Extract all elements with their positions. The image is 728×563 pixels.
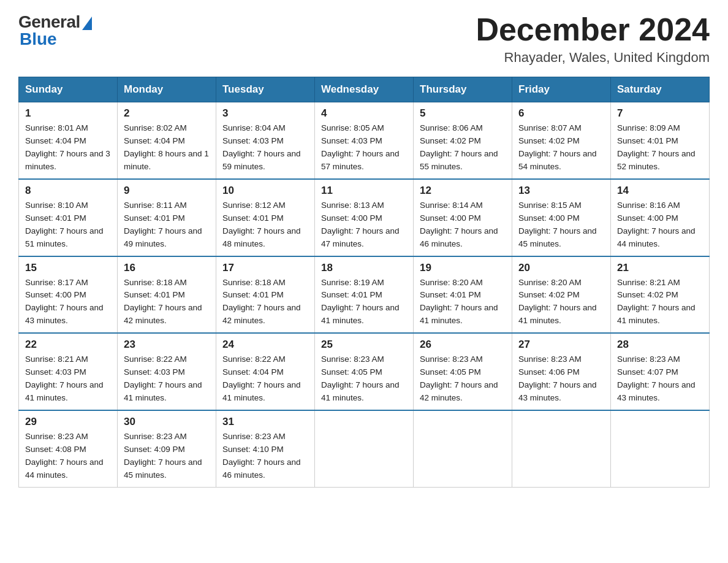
day-info: Sunrise: 8:23 AM Sunset: 4:06 PM Dayligh…	[518, 353, 604, 405]
calendar-cell: 5 Sunrise: 8:06 AM Sunset: 4:02 PM Dayli…	[414, 102, 512, 179]
weekday-header-row: SundayMondayTuesdayWednesdayThursdayFrid…	[19, 77, 710, 102]
day-number: 17	[222, 262, 308, 274]
day-info: Sunrise: 8:23 AM Sunset: 4:07 PM Dayligh…	[617, 353, 703, 405]
calendar-cell: 3 Sunrise: 8:04 AM Sunset: 4:03 PM Dayli…	[216, 102, 315, 179]
day-info: Sunrise: 8:11 AM Sunset: 4:01 PM Dayligh…	[124, 199, 210, 251]
weekday-header-wednesday: Wednesday	[315, 77, 414, 102]
day-info: Sunrise: 8:16 AM Sunset: 4:00 PM Dayligh…	[617, 199, 703, 251]
day-number: 26	[420, 339, 506, 351]
day-info: Sunrise: 8:22 AM Sunset: 4:03 PM Dayligh…	[124, 353, 210, 405]
day-number: 30	[124, 416, 210, 428]
day-info: Sunrise: 8:23 AM Sunset: 4:05 PM Dayligh…	[420, 353, 506, 405]
day-info: Sunrise: 8:14 AM Sunset: 4:00 PM Dayligh…	[420, 199, 506, 251]
day-info: Sunrise: 8:15 AM Sunset: 4:00 PM Dayligh…	[518, 199, 604, 251]
calendar-cell: 16 Sunrise: 8:18 AM Sunset: 4:01 PM Dayl…	[118, 256, 216, 334]
calendar-cell: 15 Sunrise: 8:17 AM Sunset: 4:00 PM Dayl…	[19, 256, 118, 334]
calendar-cell: 28 Sunrise: 8:23 AM Sunset: 4:07 PM Dayl…	[611, 333, 710, 410]
day-info: Sunrise: 8:18 AM Sunset: 4:01 PM Dayligh…	[124, 277, 210, 328]
calendar-cell: 4 Sunrise: 8:05 AM Sunset: 4:03 PM Dayli…	[315, 102, 414, 179]
calendar-cell: 2 Sunrise: 8:02 AM Sunset: 4:04 PM Dayli…	[118, 102, 216, 179]
day-info: Sunrise: 8:18 AM Sunset: 4:01 PM Dayligh…	[222, 277, 308, 328]
location-text: Rhayader, Wales, United Kingdom	[476, 50, 710, 66]
day-number: 5	[420, 107, 506, 120]
day-info: Sunrise: 8:05 AM Sunset: 4:03 PM Dayligh…	[321, 122, 407, 174]
day-info: Sunrise: 8:21 AM Sunset: 4:02 PM Dayligh…	[617, 277, 703, 328]
calendar-week-1: 1 Sunrise: 8:01 AM Sunset: 4:04 PM Dayli…	[19, 102, 710, 179]
calendar-cell: 11 Sunrise: 8:13 AM Sunset: 4:00 PM Dayl…	[315, 179, 414, 256]
day-info: Sunrise: 8:10 AM Sunset: 4:01 PM Dayligh…	[25, 199, 111, 251]
calendar-cell: 7 Sunrise: 8:09 AM Sunset: 4:01 PM Dayli…	[611, 102, 710, 179]
day-number: 11	[321, 185, 407, 197]
weekday-header-friday: Friday	[512, 77, 611, 102]
day-number: 19	[420, 262, 506, 274]
calendar-cell: 9 Sunrise: 8:11 AM Sunset: 4:01 PM Dayli…	[118, 179, 216, 256]
logo-arrow-icon	[82, 17, 92, 30]
day-info: Sunrise: 8:22 AM Sunset: 4:04 PM Dayligh…	[222, 353, 308, 405]
page-header: General Blue December 2024 Rhayader, Wal…	[18, 12, 710, 66]
day-number: 4	[321, 107, 407, 120]
day-info: Sunrise: 8:02 AM Sunset: 4:04 PM Dayligh…	[124, 122, 210, 174]
calendar-cell	[414, 410, 512, 487]
day-number: 28	[617, 339, 703, 351]
logo-blue-text: Blue	[18, 29, 57, 49]
day-number: 20	[518, 262, 604, 274]
day-info: Sunrise: 8:23 AM Sunset: 4:10 PM Dayligh…	[222, 431, 308, 482]
calendar-cell: 25 Sunrise: 8:23 AM Sunset: 4:05 PM Dayl…	[315, 333, 414, 410]
calendar-table: SundayMondayTuesdayWednesdayThursdayFrid…	[18, 77, 710, 487]
day-number: 18	[321, 262, 407, 274]
calendar-cell: 31 Sunrise: 8:23 AM Sunset: 4:10 PM Dayl…	[216, 410, 315, 487]
day-number: 24	[222, 339, 308, 351]
weekday-header-sunday: Sunday	[19, 77, 118, 102]
calendar-week-2: 8 Sunrise: 8:10 AM Sunset: 4:01 PM Dayli…	[19, 179, 710, 256]
day-number: 22	[25, 339, 111, 351]
day-number: 14	[617, 185, 703, 197]
day-info: Sunrise: 8:20 AM Sunset: 4:02 PM Dayligh…	[518, 277, 604, 328]
day-number: 16	[124, 262, 210, 274]
day-info: Sunrise: 8:01 AM Sunset: 4:04 PM Dayligh…	[25, 122, 111, 174]
day-info: Sunrise: 8:21 AM Sunset: 4:03 PM Dayligh…	[25, 353, 111, 405]
calendar-cell: 18 Sunrise: 8:19 AM Sunset: 4:01 PM Dayl…	[315, 256, 414, 334]
day-number: 13	[518, 185, 604, 197]
calendar-cell	[512, 410, 611, 487]
weekday-header-monday: Monday	[118, 77, 216, 102]
day-info: Sunrise: 8:20 AM Sunset: 4:01 PM Dayligh…	[420, 277, 506, 328]
day-info: Sunrise: 8:12 AM Sunset: 4:01 PM Dayligh…	[222, 199, 308, 251]
day-number: 3	[222, 107, 308, 120]
calendar-cell: 14 Sunrise: 8:16 AM Sunset: 4:00 PM Dayl…	[611, 179, 710, 256]
calendar-cell: 23 Sunrise: 8:22 AM Sunset: 4:03 PM Dayl…	[118, 333, 216, 410]
calendar-cell: 20 Sunrise: 8:20 AM Sunset: 4:02 PM Dayl…	[512, 256, 611, 334]
day-info: Sunrise: 8:04 AM Sunset: 4:03 PM Dayligh…	[222, 122, 308, 174]
day-number: 27	[518, 339, 604, 351]
calendar-week-3: 15 Sunrise: 8:17 AM Sunset: 4:00 PM Dayl…	[19, 256, 710, 334]
day-info: Sunrise: 8:09 AM Sunset: 4:01 PM Dayligh…	[617, 122, 703, 174]
calendar-cell: 21 Sunrise: 8:21 AM Sunset: 4:02 PM Dayl…	[611, 256, 710, 334]
calendar-cell: 6 Sunrise: 8:07 AM Sunset: 4:02 PM Dayli…	[512, 102, 611, 179]
day-number: 15	[25, 262, 111, 274]
day-number: 29	[25, 416, 111, 428]
day-number: 2	[124, 107, 210, 120]
weekday-header-thursday: Thursday	[414, 77, 512, 102]
weekday-header-tuesday: Tuesday	[216, 77, 315, 102]
title-section: December 2024 Rhayader, Wales, United Ki…	[476, 12, 710, 66]
day-info: Sunrise: 8:23 AM Sunset: 4:05 PM Dayligh…	[321, 353, 407, 405]
day-number: 21	[617, 262, 703, 274]
calendar-cell: 27 Sunrise: 8:23 AM Sunset: 4:06 PM Dayl…	[512, 333, 611, 410]
calendar-cell	[611, 410, 710, 487]
day-number: 8	[25, 185, 111, 197]
day-number: 12	[420, 185, 506, 197]
calendar-cell: 12 Sunrise: 8:14 AM Sunset: 4:00 PM Dayl…	[414, 179, 512, 256]
day-info: Sunrise: 8:17 AM Sunset: 4:00 PM Dayligh…	[25, 277, 111, 328]
calendar-cell: 8 Sunrise: 8:10 AM Sunset: 4:01 PM Dayli…	[19, 179, 118, 256]
day-number: 23	[124, 339, 210, 351]
day-number: 25	[321, 339, 407, 351]
day-number: 9	[124, 185, 210, 197]
calendar-cell: 13 Sunrise: 8:15 AM Sunset: 4:00 PM Dayl…	[512, 179, 611, 256]
day-info: Sunrise: 8:13 AM Sunset: 4:00 PM Dayligh…	[321, 199, 407, 251]
day-info: Sunrise: 8:23 AM Sunset: 4:09 PM Dayligh…	[124, 431, 210, 482]
day-number: 1	[25, 107, 111, 120]
calendar-week-5: 29 Sunrise: 8:23 AM Sunset: 4:08 PM Dayl…	[19, 410, 710, 487]
calendar-cell	[315, 410, 414, 487]
logo: General Blue	[18, 12, 92, 49]
day-number: 6	[518, 107, 604, 120]
calendar-cell: 10 Sunrise: 8:12 AM Sunset: 4:01 PM Dayl…	[216, 179, 315, 256]
